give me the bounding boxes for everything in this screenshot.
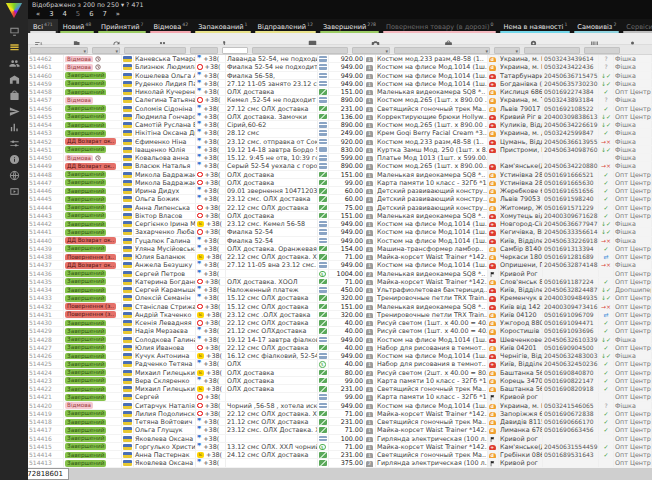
order-comment[interactable]: 27.12 11-05 занято 23.12 смс. .. <box>226 80 318 87</box>
delivery-region[interactable]: Хомутець від 1 <box>499 212 543 219</box>
client-name[interactable]: Ольга Глущук <box>134 426 196 433</box>
delivery-region[interactable]: Львів 79017 <box>499 105 543 112</box>
delivery-region[interactable]: Київ, Відділенн.. <box>499 237 543 244</box>
client-name[interactable]: Яковлева Оксана <box>134 435 196 442</box>
client-name[interactable]: Анжела Безушку <box>134 261 196 268</box>
tracking-number[interactable]: 0501690672838 <box>543 410 599 417</box>
order-comment[interactable]: 09.01 звернення 10471203 04.. <box>226 187 318 194</box>
table-row[interactable]: 514416ЗавершенийЯковлева Оксана* +38(100… <box>28 435 652 443</box>
page-button-4[interactable]: 4 <box>63 9 67 19</box>
client-name[interactable]: Надія Мерзаєва <box>134 327 196 334</box>
delivery-region[interactable]: Кам'янське(Дні.. <box>499 162 543 169</box>
product-name[interactable]: Костюм мод.233 разм,48-58 (1.. <box>376 55 488 62</box>
product-name[interactable]: Гирлянда электрическая (100 л.. <box>376 459 488 466</box>
tab-5[interactable]: Відправлений12 <box>253 19 318 33</box>
tracking-number[interactable]: 0501691571229 <box>543 204 599 211</box>
table-row[interactable]: 514440ДД Возврат ок..Гуцалюк Галина* +38… <box>28 237 652 245</box>
order-comment[interactable]: Фиалка 52-54 не подходит <box>226 63 318 70</box>
order-comment[interactable] <box>226 270 318 277</box>
order-comment[interactable]: ОЛХ доставка <box>226 179 318 186</box>
client-phone[interactable]: * +38( <box>196 146 226 153</box>
table-row[interactable]: 514420ВідмоваСитарчук Наталія Гр.. +38(Ч… <box>28 402 652 410</box>
order-comment[interactable]: ОЛХ доставка. Оранжевая <box>226 245 318 252</box>
client-phone[interactable]: * +38( <box>196 80 226 87</box>
column-filter[interactable]: ▾ <box>30 47 88 54</box>
table-row[interactable]: 514431Повернення (з..Андрій Ткаченкоlc +… <box>28 311 652 319</box>
client-name[interactable]: Андрій Ткаченко <box>134 311 196 318</box>
table-row[interactable]: 514429ЗавершенийНадія Мерзаєва* +38(21.1… <box>28 327 652 335</box>
product-name[interactable]: Костюм на флисе Мод.1014 (1ш.. <box>376 228 488 235</box>
tracking-number[interactable]: 0501691666521 <box>543 171 599 178</box>
tracking-number[interactable]: 0501690820918 <box>543 385 599 392</box>
sidebar-item-info[interactable] <box>0 152 28 166</box>
order-comment[interactable]: 22.12 смс ОЛХ доставка <box>226 319 318 326</box>
client-phone[interactable]: +38( <box>196 204 226 211</box>
client-phone[interactable]: * +38( <box>196 270 226 277</box>
client-name[interactable]: Єфименко Ніна <box>134 138 196 145</box>
client-name[interactable]: Людмила Гончарова <box>134 113 196 120</box>
sidebar-item-warehouse[interactable] <box>0 72 28 86</box>
delivery-region[interactable]: Давидів 81151 <box>499 418 543 425</box>
tracking-number[interactable]: 0501690840870 <box>543 369 599 376</box>
delivery-region[interactable]: Украина, м. Но.. <box>499 402 543 409</box>
delivery-region[interactable]: Гребінки 08662 <box>499 451 543 458</box>
delivery-region[interactable]: Кривой рог <box>499 393 543 400</box>
product-name[interactable]: Костюм на флисе Мод.1014 (1ш.. <box>376 237 488 244</box>
tracking-number[interactable]: 0501691313394 <box>543 245 599 252</box>
delivery-region[interactable]: Куликів, Відділе.. <box>499 121 543 128</box>
order-comment[interactable]: 23.12 смс. Кемел 56-58 <box>226 220 318 227</box>
delivery-region[interactable]: Новгород-Сівер.. <box>499 220 543 227</box>
client-phone[interactable]: +38( <box>196 212 226 219</box>
order-comment[interactable]: 23.12 смс .ОЛХ доставка <box>226 311 318 318</box>
table-row[interactable]: 514445ЗавершенийОльга Божик* +38(23.12 с… <box>28 195 652 203</box>
delivery-region[interactable]: Кегичівка, Відді.. <box>499 228 543 235</box>
tracking-number[interactable]: 0501690663456 <box>543 426 599 433</box>
product-name[interactable]: Тренировочные петли TRX Train.. <box>376 311 488 318</box>
product-name[interactable]: Костюм мод.265 (1шт. х 890.00 .. <box>376 96 488 103</box>
tracking-number[interactable] <box>543 393 599 400</box>
client-phone[interactable]: * +38( <box>196 294 226 301</box>
order-comment[interactable]: 24.12 смс ОЛХ доставка <box>226 451 318 458</box>
client-name[interactable]: Радченко Тетяна <box>134 360 196 367</box>
order-comment[interactable]: ОЛХ доставка <box>226 88 318 95</box>
delivery-region[interactable]: Львів 79053 <box>499 195 543 202</box>
table-row[interactable]: 514419ЗавершенийЛилия Подолинская +38(22… <box>28 410 652 418</box>
client-phone[interactable]: * +38( <box>196 327 226 334</box>
delivery-region[interactable]: Кривой рог <box>499 435 543 442</box>
client-name[interactable]: Іващенко Юлія <box>134 146 196 153</box>
sidebar-item-settings[interactable] <box>0 136 28 150</box>
table-row[interactable]: 514422ЗавершенийМихаил Гилецькийlc +38(О… <box>28 385 652 393</box>
product-name[interactable]: Светящийся гоночный трек Ма.. <box>376 418 488 425</box>
table-row[interactable]: 514456ЗавершенийСоломія Сідоніна* +38(27… <box>28 105 652 113</box>
order-comment[interactable]: ОЛХ доставка. Замочки <box>226 113 318 120</box>
tab-9[interactable]: Самовивіз2 <box>572 19 621 33</box>
table-row[interactable]: 514430ЗавершенийКсенія Левадняя +38(22.1… <box>28 319 652 327</box>
tracking-number[interactable]: 20450634226619 <box>543 121 599 128</box>
table-row[interactable]: 514436ЗавершенийСергей Петров* +38($1004… <box>28 270 652 278</box>
tracking-number[interactable]: 0501690822147 <box>543 377 599 384</box>
column-filter[interactable]: ▾ <box>394 47 490 54</box>
tracking-number[interactable]: 20450636715475 <box>543 72 599 79</box>
column-filter[interactable] <box>524 47 580 54</box>
tracking-number[interactable]: 20450632610339 <box>543 336 599 343</box>
client-phone[interactable]: +38( <box>196 393 226 400</box>
table-row[interactable]: 514449ДД Возврат ок..Власюк Наталья* +38… <box>28 162 652 170</box>
order-comment[interactable]: Лаванда 52-54, не подходит <box>226 55 318 62</box>
product-name[interactable]: Корректирующие брюки Hollyw.. <box>376 113 488 120</box>
client-phone[interactable]: * +38( <box>196 336 226 343</box>
client-name[interactable]: Сергієнко Ірина Ми.. <box>134 220 196 227</box>
order-comment[interactable]: 13.12 смс ОЛХ. ХХЛ чорний <box>226 443 318 450</box>
tracking-number[interactable]: 20450633356614 <box>543 228 599 235</box>
order-comment[interactable]: 19.12 14-17 завтра фіалковий,.. <box>226 336 318 343</box>
delivery-region[interactable]: Жеребкове 664.. <box>499 187 543 194</box>
sidebar-item-orders[interactable] <box>0 40 28 54</box>
product-name[interactable]: Карта памяти 10 класс - 32Гб *1.. <box>376 393 488 400</box>
order-comment[interactable]: Чорний ,56-58 , хотела исключ.. <box>226 402 318 409</box>
client-name[interactable]: Ксенія Левадняя <box>134 319 196 326</box>
product-name[interactable]: Костюм мод.265 (1шт. х 890.00.. <box>376 162 488 169</box>
table-row[interactable]: 514448ЗавершенийМикола Бадражан +38(ОЛХ … <box>28 171 652 179</box>
product-name[interactable]: Костюм на флисе Мод.1014 (1ш.. <box>376 352 488 359</box>
page-button-7[interactable]: 7 <box>102 9 106 19</box>
client-phone[interactable]: lc +38( <box>196 385 226 392</box>
tracking-number[interactable]: 0501691096709 <box>543 311 599 318</box>
